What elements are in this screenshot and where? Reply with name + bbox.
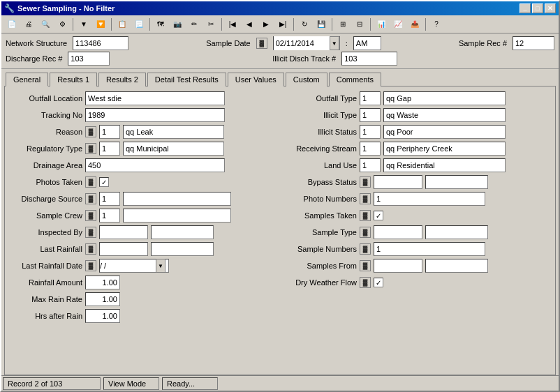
discharge-rec-input[interactable] bbox=[68, 52, 110, 66]
date-dropdown-button[interactable]: ▼ bbox=[330, 36, 339, 50]
land-use-text-input[interactable] bbox=[383, 158, 506, 172]
view-button[interactable]: 📋 bbox=[115, 17, 130, 32]
samples-taken-nav-icon[interactable]: ▓ bbox=[360, 210, 371, 221]
rainfall-amount-input[interactable] bbox=[85, 276, 120, 289]
discharge-source-nav-icon[interactable]: ▓ bbox=[85, 193, 96, 204]
print-button[interactable]: 🖨 bbox=[21, 17, 36, 32]
photos-taken-label: Photos Taken bbox=[9, 178, 82, 186]
bypass-status-input1[interactable] bbox=[374, 175, 422, 189]
photos-taken-checkbox[interactable] bbox=[99, 177, 109, 187]
discharge-source-code-input[interactable] bbox=[99, 192, 120, 206]
save-button[interactable]: 💾 bbox=[314, 17, 329, 32]
sample-type-input1[interactable] bbox=[374, 225, 422, 239]
receiving-stream-text-input[interactable] bbox=[383, 142, 506, 156]
refresh-button[interactable]: ↻ bbox=[297, 17, 312, 32]
land-use-code-input[interactable] bbox=[360, 158, 381, 172]
last-button[interactable]: ▶| bbox=[275, 17, 290, 32]
inspected-by-input2[interactable] bbox=[151, 225, 214, 239]
close-button[interactable]: ✕ bbox=[545, 3, 556, 13]
network-structure-input[interactable] bbox=[73, 36, 128, 50]
list-button[interactable]: 📃 bbox=[131, 17, 147, 32]
maximize-button[interactable]: □ bbox=[532, 3, 543, 13]
sample-crew-nav-icon[interactable]: ▓ bbox=[85, 210, 96, 221]
reason-code-input[interactable] bbox=[99, 125, 120, 139]
drainage-area-input[interactable] bbox=[85, 158, 225, 172]
reason-text-input[interactable] bbox=[123, 125, 224, 139]
last-rainfall-input2[interactable] bbox=[151, 242, 214, 256]
regulatory-type-text-input[interactable] bbox=[123, 142, 224, 156]
prev-button[interactable]: ◀ bbox=[242, 17, 257, 32]
grid1-button[interactable]: ⊞ bbox=[335, 17, 351, 32]
tab-comments[interactable]: Comments bbox=[329, 73, 381, 86]
sample-rec-input[interactable] bbox=[513, 36, 554, 50]
sample-time-input[interactable] bbox=[353, 36, 381, 50]
illicit-status-code-input[interactable] bbox=[360, 125, 381, 139]
max-rain-rate-input[interactable] bbox=[85, 292, 120, 306]
grid2-button[interactable]: ⊟ bbox=[352, 17, 367, 32]
tab-results2[interactable]: Results 2 bbox=[98, 73, 146, 86]
sep4 bbox=[221, 18, 222, 31]
report-button[interactable]: 📈 bbox=[390, 17, 406, 32]
illicit-status-text-input[interactable] bbox=[383, 125, 506, 139]
samples-taken-checkbox[interactable] bbox=[374, 211, 383, 220]
inspected-by-nav-icon[interactable]: ▓ bbox=[85, 227, 96, 238]
outfall-location-input[interactable] bbox=[85, 91, 225, 105]
tab-results1[interactable]: Results 1 bbox=[50, 73, 97, 86]
new-button[interactable]: 📄 bbox=[4, 17, 20, 32]
outfall-type-text-input[interactable] bbox=[383, 91, 506, 105]
help-button[interactable]: ? bbox=[429, 17, 444, 32]
dry-weather-flow-checkbox[interactable] bbox=[374, 278, 383, 287]
samples-from-input1[interactable] bbox=[374, 259, 422, 273]
receiving-stream-code-input[interactable] bbox=[360, 142, 381, 156]
illicit-track-input[interactable] bbox=[341, 52, 397, 66]
first-button[interactable]: |◀ bbox=[225, 17, 240, 32]
photos-taken-nav-icon[interactable]: ▓ bbox=[85, 176, 96, 188]
photo-numbers-nav-icon[interactable]: ▓ bbox=[360, 193, 371, 204]
samples-from-input2[interactable] bbox=[425, 259, 488, 273]
edit-button[interactable]: ✏ bbox=[186, 17, 202, 32]
last-rainfall-input1[interactable] bbox=[99, 242, 148, 256]
last-rainfall-date-input[interactable] bbox=[100, 262, 156, 270]
bypass-status-nav-icon[interactable]: ▓ bbox=[360, 176, 371, 188]
chart-button[interactable]: 📊 bbox=[374, 17, 389, 32]
photo-button[interactable]: 📷 bbox=[170, 17, 185, 32]
tab-general[interactable]: General bbox=[6, 73, 48, 86]
hrs-after-rain-input[interactable] bbox=[85, 309, 120, 323]
sample-type-nav-icon[interactable]: ▓ bbox=[360, 227, 371, 238]
discharge-source-text-input[interactable] bbox=[123, 192, 231, 206]
delete-button[interactable]: ✂ bbox=[203, 17, 219, 32]
bypass-status-input2[interactable] bbox=[425, 175, 488, 189]
outfall-type-code-input[interactable] bbox=[360, 91, 381, 105]
export-button[interactable]: 📤 bbox=[407, 17, 422, 32]
tab-custom[interactable]: Custom bbox=[286, 73, 327, 86]
photo-numbers-input[interactable] bbox=[374, 192, 485, 206]
sample-date-input[interactable] bbox=[274, 36, 330, 50]
sample-crew-code-input[interactable] bbox=[99, 209, 120, 223]
regulatory-type-code-input[interactable] bbox=[99, 142, 120, 156]
next-button[interactable]: ▶ bbox=[258, 17, 274, 32]
filter2-button[interactable]: 🔽 bbox=[93, 17, 108, 32]
samples-from-nav-icon[interactable]: ▓ bbox=[360, 260, 371, 271]
tracking-no-input[interactable] bbox=[85, 108, 225, 122]
sample-date-nav-icon[interactable]: ▓ bbox=[256, 38, 267, 49]
reason-nav-icon[interactable]: ▓ bbox=[85, 126, 96, 137]
tab-detail-test[interactable]: Detail Test Results bbox=[147, 73, 226, 86]
dry-weather-flow-nav-icon[interactable]: ▓ bbox=[360, 277, 371, 288]
map-button[interactable]: 🗺 bbox=[153, 17, 168, 32]
minimize-button[interactable]: _ bbox=[520, 3, 531, 13]
sample-crew-text-input[interactable] bbox=[123, 209, 231, 223]
sample-numbers-nav-icon[interactable]: ▓ bbox=[360, 243, 371, 255]
last-rainfall-date-nav-icon[interactable]: ▓ bbox=[85, 260, 96, 271]
search-button[interactable]: 🔍 bbox=[38, 17, 53, 32]
sample-numbers-input[interactable] bbox=[374, 242, 485, 256]
tab-user-values[interactable]: User Values bbox=[228, 73, 284, 86]
illicit-type-text-input[interactable] bbox=[383, 108, 506, 122]
last-rainfall-date-dropdown[interactable]: ▼ bbox=[156, 259, 165, 273]
inspected-by-input1[interactable] bbox=[99, 225, 148, 239]
tools-button[interactable]: ⚙ bbox=[54, 17, 70, 32]
sample-type-input2[interactable] bbox=[425, 225, 488, 239]
last-rainfall-nav-icon[interactable]: ▓ bbox=[85, 243, 96, 255]
illicit-type-code-input[interactable] bbox=[360, 108, 381, 122]
filter-button[interactable]: ▼ bbox=[76, 17, 91, 32]
regulatory-type-nav-icon[interactable]: ▓ bbox=[85, 143, 96, 154]
